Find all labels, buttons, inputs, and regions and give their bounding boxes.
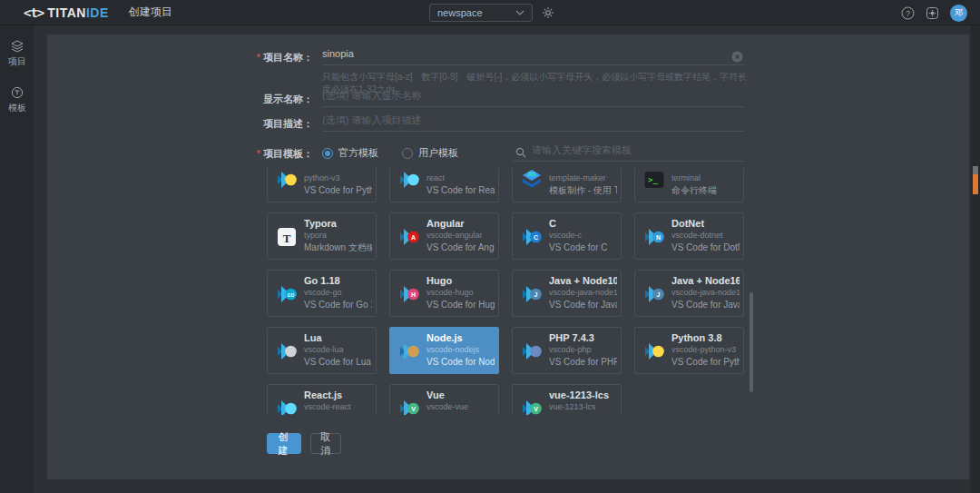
template-card-vscode-go[interactable]: GO Go 1.18 vscode-go VS Code for Go 1.18	[267, 270, 377, 317]
template-card-id: vscode-angular	[426, 230, 495, 242]
radio-official-template[interactable]: 官方模板	[322, 146, 378, 160]
template-grid: python-v3 VS Code for Python react VS Co…	[267, 168, 757, 415]
template-card-icon	[275, 168, 299, 192]
template-card-desc: VS Code for Java + ...	[671, 299, 740, 311]
template-card-id: vscode-java-node16	[671, 287, 740, 299]
template-card-id: vscode-vue	[426, 401, 495, 413]
projects-icon	[11, 40, 24, 53]
template-card-desc: VS Code for DotNet	[671, 242, 740, 253]
template-card-desc: VS Code for Python	[304, 184, 372, 196]
template-card-icon: GO	[275, 282, 299, 306]
radio-user-template[interactable]: 用户模板	[402, 146, 458, 160]
template-card-title: Python 3.8	[671, 331, 740, 344]
template-card-id: vscode-lua	[304, 344, 372, 356]
template-card-id: python-v3	[304, 173, 372, 184]
workspace-gear-icon[interactable]	[542, 6, 554, 19]
template-card-title: DotNet	[671, 217, 740, 230]
templates-icon	[11, 86, 24, 99]
template-card-icon: C	[520, 225, 544, 249]
template-card-desc: VS Code for Python	[671, 356, 740, 368]
sidebar-item-projects[interactable]: 项目	[0, 36, 34, 72]
svg-text:C: C	[534, 234, 538, 241]
template-card-id: vscode-php	[549, 344, 617, 356]
template-card-desc: VS Code for Angular	[426, 242, 495, 253]
chevron-down-icon	[515, 10, 524, 15]
cancel-button[interactable]: 取消	[310, 433, 341, 454]
template-card-id: vscode-python-v3	[671, 344, 740, 356]
template-card-desc: VS Code for Node.js	[426, 356, 495, 368]
template-card-id: vscode-nodejs	[426, 344, 495, 356]
template-card-title: Angular	[426, 217, 495, 230]
template-card-vscode-react[interactable]: React.js vscode-react	[267, 384, 377, 415]
svg-text:GO: GO	[288, 292, 295, 298]
template-card-vscode-nodejs[interactable]: Node.js vscode-nodejs VS Code for Node.j…	[389, 327, 499, 374]
svg-text:J: J	[657, 291, 661, 298]
template-grid-scrollbar[interactable]	[750, 292, 753, 392]
template-card-title: Java + Node10	[549, 274, 617, 287]
project-desc-label: 项目描述：	[222, 117, 313, 131]
template-card-vscode-hugo[interactable]: H Hugo vscode-hugo VS Code for Hugo	[389, 270, 499, 317]
svg-text:?: ?	[906, 8, 910, 17]
template-card-vscode-php[interactable]: PHP 7.4.3 vscode-php VS Code for PHP	[512, 327, 622, 374]
template-card-id: vscode-react	[304, 401, 372, 413]
template-card-icon: V	[520, 397, 544, 415]
workspace-select-value: newspace	[437, 7, 515, 18]
template-card-title: C	[549, 217, 617, 230]
help-icon[interactable]: ?	[901, 6, 915, 20]
template-card-desc: VS Code for Go 1.18	[304, 299, 372, 311]
template-card-icon	[397, 340, 421, 363]
template-card-vscode-lua[interactable]: Lua vscode-lua VS Code for Lua	[267, 327, 377, 374]
template-card-title: Java + Node16	[671, 274, 740, 287]
template-card-title: Typora	[304, 217, 372, 230]
template-card-vscode-java-node16[interactable]: J Java + Node16 vscode-java-node16 VS Co…	[634, 270, 744, 317]
template-card-vscode-java-node10[interactable]: J Java + Node10 vscode-java-node10 VS Co…	[512, 270, 622, 317]
template-card-vscode-python-v3[interactable]: Python 3.8 vscode-python-v3 VS Code for …	[634, 327, 744, 374]
template-card-title: Go 1.18	[304, 274, 372, 287]
template-card-desc: VS Code for React.js	[426, 184, 495, 196]
template-card-desc: VS Code for C	[549, 242, 617, 253]
template-card-title: PHP 7.4.3	[549, 331, 617, 344]
sidebar-item-label: 模板	[8, 102, 26, 114]
user-avatar[interactable]: 邓	[950, 5, 967, 22]
template-card-vue-1213-lcs[interactable]: V vue-1213-lcs vue-1213-lcs	[512, 384, 622, 415]
page-scrollbar[interactable]	[971, 25, 980, 493]
template-card-id: vue-1213-lcs	[549, 401, 617, 413]
svg-text:>_: >_	[648, 175, 658, 184]
template-card-vscode-c[interactable]: C C vscode-c VS Code for C	[512, 212, 622, 260]
template-card-title: Vue	[426, 389, 495, 401]
template-card-python-v3[interactable]: python-v3 VS Code for Python	[267, 168, 377, 202]
sidebar-item-label: 项目	[8, 55, 26, 68]
template-card-desc	[426, 413, 495, 415]
page-title: 创建项目	[129, 5, 172, 20]
svg-text:N: N	[656, 234, 661, 241]
create-button[interactable]: 创建	[267, 433, 301, 454]
template-card-icon: A	[397, 225, 421, 249]
template-card-typora[interactable]: T Typora typora Markdown 文档编写...	[267, 212, 377, 260]
template-card-vscode-angular[interactable]: A Angular vscode-angular VS Code for Ang…	[389, 212, 499, 260]
template-card-id: template-maker	[549, 173, 617, 184]
template-card-id: typora	[304, 230, 372, 242]
workspace-select[interactable]: newspace	[429, 4, 533, 22]
required-mark: *	[257, 148, 260, 159]
create-project-panel: *项目名称： 只能包含小写字母[a-z]、数字[0-9]、破折号[-]，必须以小…	[47, 35, 969, 479]
template-card-vscode-vue[interactable]: V Vue vscode-vue	[389, 384, 499, 415]
template-card-id: vscode-dotnet	[671, 230, 740, 242]
sidebar-item-templates[interactable]: 模板	[0, 83, 34, 118]
settings-icon[interactable]	[926, 6, 939, 20]
radio-dot	[322, 148, 333, 159]
template-card-desc: VS Code for PHP	[549, 356, 617, 368]
template-card-icon	[520, 340, 544, 363]
template-card-vscode-dotnet[interactable]: N DotNet vscode-dotnet VS Code for DotNe…	[634, 212, 744, 260]
app-logo[interactable]: <t> TITAN IDE	[24, 5, 109, 20]
template-card-icon	[642, 340, 666, 363]
display-name-label: 显示名称：	[222, 93, 313, 106]
template-card-desc: 模板制作 - 使用 Tem...	[549, 184, 617, 196]
svg-text:A: A	[411, 234, 416, 241]
template-card-terminal[interactable]: >_ terminal 命令行终端	[634, 168, 744, 202]
template-card-icon: V	[397, 397, 421, 415]
sidebar: 项目 模板	[0, 25, 34, 493]
template-card-desc: VS Code for Java + ...	[549, 299, 617, 311]
template-card-icon	[275, 397, 299, 415]
template-card-template-maker[interactable]: template-maker 模板制作 - 使用 Tem...	[512, 168, 622, 202]
template-card-react[interactable]: react VS Code for React.js	[389, 168, 499, 202]
